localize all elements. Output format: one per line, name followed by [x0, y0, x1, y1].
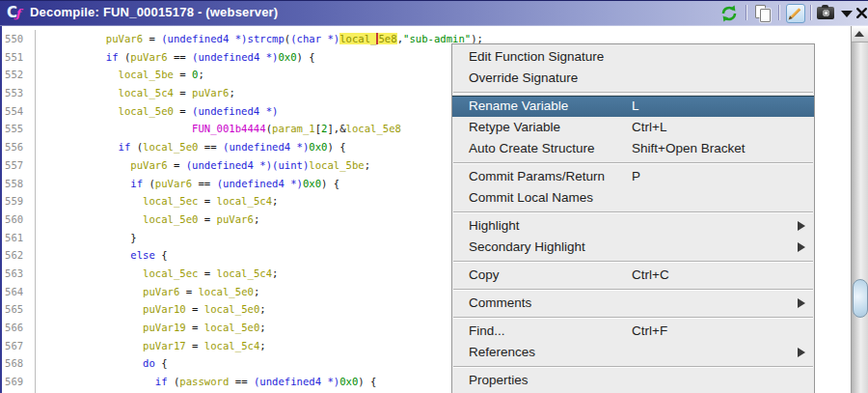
menu-item-label: Highlight [469, 218, 520, 233]
code-token: local_5be [309, 159, 364, 171]
line-number: 552 [2, 66, 36, 84]
code-line[interactable]: local_5c4 = puVar6; [36, 87, 235, 98]
code-line[interactable]: puVar6 = local_5e0; [36, 286, 259, 297]
vertical-scrollbar[interactable] [851, 26, 868, 393]
code-line[interactable]: puVar6 = (undefined4 *)(uint)local_5be; [36, 159, 370, 171]
edit-button[interactable] [785, 3, 806, 23]
menu-item-references[interactable]: References [452, 342, 814, 363]
code-token [44, 33, 106, 44]
code-token: else [130, 249, 155, 261]
close-button[interactable] [853, 3, 867, 23]
code-token: strcmp [248, 33, 285, 44]
code-token: = [198, 213, 216, 225]
code-line[interactable]: local_5e0 = puVar6; [36, 213, 259, 225]
menu-item-auto-create-structure[interactable]: Auto Create StructureShift+Open Bracket [452, 138, 814, 159]
code-token: do [143, 357, 155, 369]
menu-separator [453, 162, 813, 163]
submenu-arrow-icon [798, 348, 805, 357]
scrollbar-thumb[interactable] [853, 279, 868, 318]
code-token: ; [254, 286, 259, 297]
code-token: puVar17 [143, 340, 186, 351]
code-line[interactable]: if (password == (undefined4 *)0x0) { [36, 376, 376, 387]
code-token: puVar6 [155, 178, 192, 189]
scrollbar-up-button[interactable] [852, 26, 868, 42]
code-token: = [186, 322, 204, 333]
line-number: 564 [2, 283, 36, 301]
menu-item-label: Comments [469, 295, 531, 310]
code-token: ) { [358, 376, 376, 387]
menu-item-comments[interactable]: Comments [452, 293, 814, 314]
code-token: = [198, 267, 216, 279]
highlighted-token: local_ [339, 33, 376, 44]
code-token: local_5e0 [143, 141, 198, 153]
menu-item-highlight[interactable]: Highlight [452, 215, 814, 237]
code-token: ; [259, 322, 265, 333]
menu-item-find[interactable]: Find...Ctrl+F [452, 321, 814, 342]
code-token: if [106, 51, 119, 63]
menu-item-label: Find... [469, 323, 505, 338]
code-token: local_5c4 [217, 267, 272, 279]
menu-item-secondary-highlight[interactable]: Secondary Highlight [452, 237, 814, 258]
code-token [44, 69, 119, 80]
code-token [44, 213, 143, 225]
code-line[interactable]: } [36, 232, 137, 243]
code-token: ; [272, 195, 278, 207]
menu-item-rename-variable[interactable]: Rename VariableL [452, 96, 814, 117]
decompile-window: C ƒ Decompile: FUN_00015178 - (webserver… [0, 0, 868, 393]
code-token: (undefined4 *) [161, 33, 247, 44]
code-token: puVar6 [130, 159, 167, 171]
snapshot-button[interactable] [816, 3, 837, 23]
code-line[interactable]: else { [36, 249, 168, 261]
menu-item-copy[interactable]: CopyCtrl+C [452, 265, 814, 286]
code-token: == [192, 178, 217, 189]
copy-button[interactable] [752, 3, 773, 23]
menu-item-commit-local-names[interactable]: Commit Local Names [452, 187, 814, 209]
code-token [44, 232, 130, 243]
code-token: = [198, 195, 216, 207]
code-line[interactable]: if (local_5e0 == (undefined4 *)0x0) { [36, 141, 346, 153]
toolbar-separator [779, 5, 780, 20]
menu-item-properties[interactable]: Properties [452, 370, 814, 391]
title-bar[interactable]: C ƒ Decompile: FUN_00015178 - (webserver… [0, 0, 868, 26]
camera-icon [817, 7, 834, 19]
code-line[interactable]: local_5be = 0; [36, 69, 204, 80]
line-number: 555 [2, 120, 36, 138]
code-token: = [186, 303, 204, 315]
code-token: ( [168, 376, 180, 387]
code-line[interactable]: puVar6 = (undefined4 *)strcmp((char *)lo… [36, 33, 483, 44]
line-number: 554 [2, 102, 36, 121]
line-number: 566 [2, 319, 36, 337]
code-token: FUN_001b4444 [192, 123, 266, 134]
code-line[interactable]: FUN_001b4444(param_1[2],&local_5e8 [36, 123, 401, 134]
menu-item-label: Override Signature [469, 70, 578, 85]
menu-separator [453, 289, 813, 290]
code-line[interactable]: local_5ec = local_5c4; [36, 195, 278, 207]
refresh-button[interactable] [719, 3, 740, 23]
code-token: ) { [327, 141, 345, 153]
code-token: if [119, 141, 131, 153]
code-token: local_5be [119, 69, 174, 80]
menu-item-shortcut: L [632, 96, 639, 117]
code-token: local_5e0 [119, 105, 174, 117]
menu-item-retype-variable[interactable]: Retype VariableCtrl+L [452, 117, 814, 138]
code-token: } [130, 232, 136, 243]
code-token [44, 87, 119, 98]
menu-item-edit-function-signature[interactable]: Edit Function Signature [452, 46, 814, 68]
code-line[interactable]: puVar17 = local_5c4; [36, 340, 266, 351]
code-line[interactable]: puVar10 = local_5e0; [36, 303, 266, 315]
code-line[interactable]: local_5ec = local_5c4; [36, 267, 278, 279]
code-token [44, 195, 143, 207]
code-line[interactable]: if (puVar6 == (undefined4 *)0x0) { [36, 178, 339, 189]
code-line[interactable]: local_5e0 = (undefined4 *) [36, 105, 278, 117]
code-token [44, 141, 119, 153]
menu-separator [453, 317, 813, 318]
menu-item-commit-params-return[interactable]: Commit Params/ReturnP [452, 166, 814, 187]
code-token: { [155, 249, 168, 261]
code-line[interactable]: do { [36, 357, 168, 369]
menu-item-override-signature[interactable]: Override Signature [452, 68, 814, 89]
code-line[interactable]: if (puVar6 == (undefined4 *)0x0) { [36, 51, 315, 63]
code-line[interactable]: puVar19 = local_5e0; [36, 322, 266, 333]
titlebar-menu-button[interactable] [837, 3, 853, 23]
code-token: == [168, 51, 193, 63]
line-number: 560 [2, 211, 36, 229]
